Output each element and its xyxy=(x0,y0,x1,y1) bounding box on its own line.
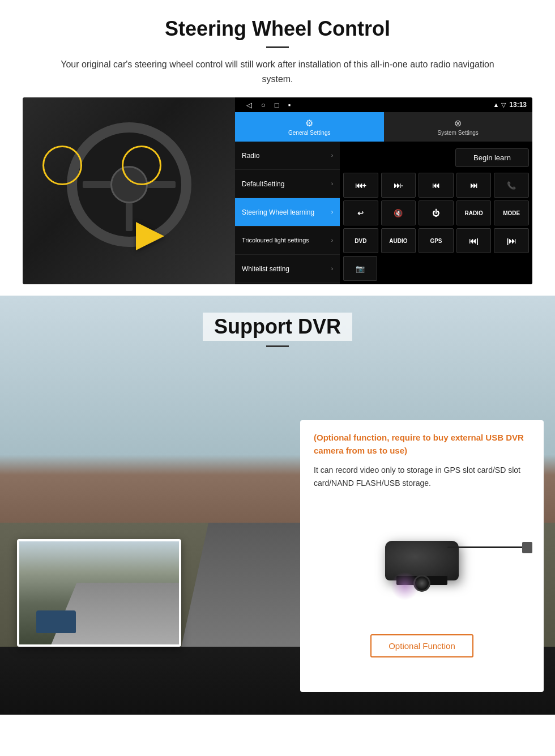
tab-system-settings[interactable]: ⊗ System Settings xyxy=(384,112,533,142)
prev-button[interactable]: ⏮ xyxy=(419,173,454,198)
dvd-button[interactable]: DVD xyxy=(343,228,378,253)
menu-item-whitelist-label: Whitelist setting xyxy=(242,265,289,273)
menu-item-default[interactable]: DefaultSetting › xyxy=(235,170,340,198)
dvr-title: Support DVR xyxy=(203,313,352,341)
wifi-icon: ▽ xyxy=(501,101,506,109)
menu-area: Radio › DefaultSetting › Steering Wheel … xyxy=(235,142,532,284)
system-settings-icon: ⊗ xyxy=(454,118,462,129)
arrow-indicator xyxy=(136,222,164,250)
power-button[interactable]: ⏻ xyxy=(419,200,454,225)
phone-button[interactable]: 📞 xyxy=(494,173,529,198)
camera-button[interactable]: 📷 xyxy=(343,256,377,281)
menu-item-tricolour[interactable]: Tricoloured light settings › xyxy=(235,227,340,255)
tab-general-settings[interactable]: ⚙ General Settings xyxy=(235,112,384,142)
next-button[interactable]: ⏭ xyxy=(456,173,492,198)
settings-tabs[interactable]: ⚙ General Settings ⊗ System Settings xyxy=(235,112,532,142)
steering-ui-container: ◁ ○ □ ▪ ▲ ▽ 13:13 ⚙ General Settings xyxy=(23,97,532,284)
chevron-steering: › xyxy=(331,209,333,215)
section-dvr: Support DVR (Optional function, require … xyxy=(0,296,555,715)
general-settings-icon: ⚙ xyxy=(305,118,313,129)
chevron-tricolour: › xyxy=(331,237,333,244)
section-description: Your original car's steering wheel contr… xyxy=(45,57,510,86)
control-row-2: ↩ 🔇 ⏻ RADIO MODE xyxy=(343,200,529,225)
mute-button[interactable]: 🔇 xyxy=(381,200,416,225)
yellow-circle-right xyxy=(122,146,161,185)
control-row-4: 📷 xyxy=(343,256,529,281)
dvr-camera-device xyxy=(385,541,459,580)
vol-down-button[interactable]: ⏭- xyxy=(381,173,416,198)
menu-icon: ▪ xyxy=(288,101,291,109)
signal-icon: ▲ xyxy=(493,101,499,108)
chevron-default: › xyxy=(331,181,333,187)
mode-button[interactable]: MODE xyxy=(494,200,529,225)
dvr-section-header: Support DVR xyxy=(0,296,555,347)
recent-icon: □ xyxy=(275,101,279,109)
settings-menu-list: Radio › DefaultSetting › Steering Wheel … xyxy=(235,142,340,284)
chevron-radio: › xyxy=(331,152,333,159)
control-row-1: ⏮+ ⏭- ⏮ ⏭ 📞 xyxy=(343,173,529,198)
dvr-camera-image-area xyxy=(314,498,530,623)
menu-item-radio-label: Radio xyxy=(242,152,259,160)
dvr-optional-text: (Optional function, require to buy exter… xyxy=(314,432,530,457)
menu-item-radio[interactable]: Radio › xyxy=(235,142,340,170)
chevron-whitelist: › xyxy=(331,266,333,272)
steering-wheel-circle xyxy=(67,122,191,247)
status-icons: ▲ ▽ xyxy=(493,101,506,109)
general-settings-label: General Settings xyxy=(288,130,331,136)
menu-item-default-label: DefaultSetting xyxy=(242,180,284,188)
camera-light xyxy=(391,572,419,600)
vol-up-button[interactable]: ⏮+ xyxy=(343,173,378,198)
section-steering: Steering Wheel Control Your original car… xyxy=(0,0,555,296)
menu-item-steering-label: Steering Wheel learning xyxy=(242,208,314,216)
status-time: 13:13 xyxy=(509,101,527,109)
menu-item-steering[interactable]: Steering Wheel learning › xyxy=(235,198,340,227)
gps-button[interactable]: GPS xyxy=(419,228,454,253)
menu-item-tricolour-label: Tricoloured light settings xyxy=(242,237,309,244)
audio-button[interactable]: AUDIO xyxy=(381,228,416,253)
optional-function-button[interactable]: Optional Function xyxy=(370,634,473,657)
usb-plug xyxy=(522,542,532,553)
prev-track-button[interactable]: ⏮| xyxy=(456,228,492,253)
spoke-bottom xyxy=(126,203,133,231)
back-icon: ◁ xyxy=(246,101,252,109)
control-grid-area: Begin learn ⏮+ ⏭- ⏮ ⏭ 📞 ↩ 🔇 ⏻ xyxy=(340,142,532,284)
back-call-button[interactable]: ↩ xyxy=(343,200,378,225)
camera-body xyxy=(385,541,459,580)
begin-learn-row: Begin learn xyxy=(343,145,529,170)
system-settings-label: System Settings xyxy=(438,130,479,136)
usb-cable xyxy=(447,546,527,548)
home-icon: ○ xyxy=(261,101,266,109)
dvr-preview-car xyxy=(36,610,76,633)
nav-icons: ◁ ○ □ ▪ xyxy=(241,101,489,109)
yellow-circle-left xyxy=(42,146,82,185)
next-track-button[interactable]: |⏭ xyxy=(494,228,529,253)
android-settings-panel: ◁ ○ □ ▪ ▲ ▽ 13:13 ⚙ General Settings xyxy=(235,97,532,284)
menu-item-whitelist[interactable]: Whitelist setting › xyxy=(235,255,340,283)
title-divider xyxy=(266,46,289,48)
steering-wheel-photo xyxy=(23,97,235,284)
status-bar: ◁ ○ □ ▪ ▲ ▽ 13:13 xyxy=(235,97,532,112)
dvr-preview-image xyxy=(17,539,181,647)
dvr-info-card: (Optional function, require to buy exter… xyxy=(300,420,544,692)
dvr-description: It can record video only to storage in G… xyxy=(314,464,530,489)
page-title: Steering Wheel Control xyxy=(23,17,532,41)
begin-learn-button[interactable]: Begin learn xyxy=(455,148,529,167)
control-row-3: DVD AUDIO GPS ⏮| |⏭ xyxy=(343,228,529,253)
radio-button[interactable]: RADIO xyxy=(456,200,492,225)
dvr-divider xyxy=(266,345,289,347)
spoke-left xyxy=(83,181,111,188)
